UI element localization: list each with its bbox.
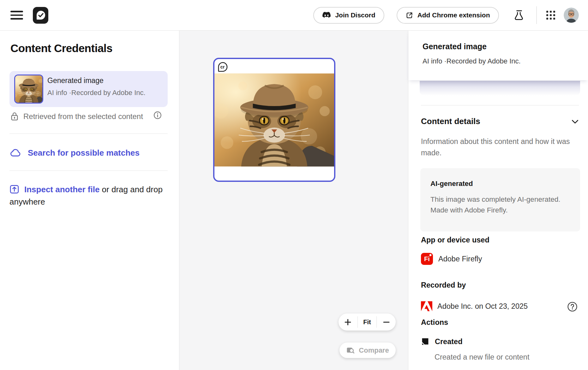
add-chrome-extension-label: Add Chrome extension [417,11,490,19]
fit-button[interactable]: Fit [358,313,377,331]
content-card-subtitle: AI info ·Recorded by Adobe Inc. [47,89,146,97]
ai-generated-body: This image was completely AI-generated. … [430,194,572,216]
compare-label: Compare [359,346,389,355]
sidebar-divider-2 [9,170,168,171]
content-details-heading: Content details [421,116,480,126]
topbar-divider [536,6,537,24]
details-title: Generated image [423,42,487,51]
action-created-description: Created a new file or content [435,353,529,361]
inspect-another-file-block: Inspect another file or drag and drop an… [9,183,172,208]
info-icon[interactable] [153,111,162,121]
recorded-by-value: Adobe Inc. on Oct 23, 2025 [437,302,528,311]
upload-icon [9,184,19,194]
created-file-icon [421,337,429,346]
help-icon[interactable] [567,301,578,313]
open-external-icon [405,11,413,19]
cr-badge-icon[interactable]: cr [217,62,228,72]
sidebar: Content Credentials Generated image AI i… [0,31,179,370]
firefly-icon-text: Fi [424,255,430,263]
details-subtitle: AI info ·Recorded by Adobe Inc. [423,57,521,65]
search-matches-link[interactable]: Search for possible matches [9,148,140,158]
retrieved-status-label: Retrieved from the selected content [23,112,143,121]
app-used-value: Adobe Firefly [438,255,482,263]
scrolled-summary-card-edge [420,81,580,95]
discord-icon [322,12,331,19]
collapse-section-button[interactable] [572,119,579,125]
cat-photo [214,73,334,167]
join-discord-button[interactable]: Join Discord [313,7,384,24]
user-avatar[interactable] [564,8,579,23]
search-matches-label: Search for possible matches [28,148,140,158]
content-details-description: Information about this content and how i… [421,136,573,159]
actions-heading: Actions [421,318,448,327]
details-header: Generated image AI info ·Recorded by Ado… [408,31,588,80]
zoom-in-button[interactable] [339,313,357,331]
ai-generated-card: AI-generated This image was completely A… [420,168,580,231]
plus-icon [344,318,352,326]
content-credentials-app: Join Discord Add Chrome extension [0,0,588,370]
ai-generated-title: AI-generated [430,180,570,188]
menu-icon[interactable] [10,11,23,20]
image-viewer-canvas: cr Fit [179,31,408,370]
adobe-firefly-icon: Fi [421,253,433,265]
zoom-controls: Fit [339,313,396,331]
inspect-another-file-link[interactable]: Inspect another file [24,185,99,194]
cloud-icon [9,148,21,158]
join-discord-label: Join Discord [335,11,375,19]
page-title: Content Credentials [10,42,112,55]
top-bar: Join Discord Add Chrome extension [0,0,588,31]
inspected-image-card[interactable]: cr [213,58,335,182]
action-created-title: Created [435,337,463,346]
adobe-logo-icon [421,301,432,311]
panel-divider [421,105,579,105]
lock-icon [10,111,19,121]
topbar-actions: Join Discord Add Chrome extension [313,6,579,24]
compare-icon [346,346,355,354]
content-card-title: Generated image [47,76,104,85]
sidebar-divider-1 [9,134,168,134]
recorded-by-heading: Recorded by [421,281,466,289]
content-thumbnail [14,75,43,104]
cr-badge-text: cr [220,64,225,69]
compare-button[interactable]: Compare [339,343,396,358]
app-used-heading: App or device used [421,236,489,244]
details-panel: Generated image AI info ·Recorded by Ado… [408,31,588,370]
main-layout: Content Credentials Generated image AI i… [0,31,588,370]
selected-content-card[interactable]: Generated image AI info ·Recorded by Ado… [9,71,168,107]
content-credentials-logo[interactable] [33,7,48,24]
chevron-down-icon [572,120,579,124]
minus-icon [382,318,390,326]
apps-grid-icon[interactable] [546,11,555,20]
recorded-by-row: Adobe Inc. on Oct 23, 2025 [421,301,528,311]
cr-pin-check-icon [35,10,46,21]
zoom-out-button[interactable] [377,313,396,331]
experiments-flask-icon[interactable] [514,10,524,21]
add-chrome-extension-button[interactable]: Add Chrome extension [397,7,499,24]
retrieved-status-row: Retrieved from the selected content [10,111,143,121]
app-used-row: Fi Adobe Firefly [421,253,482,265]
action-created-row: Created [421,337,463,346]
